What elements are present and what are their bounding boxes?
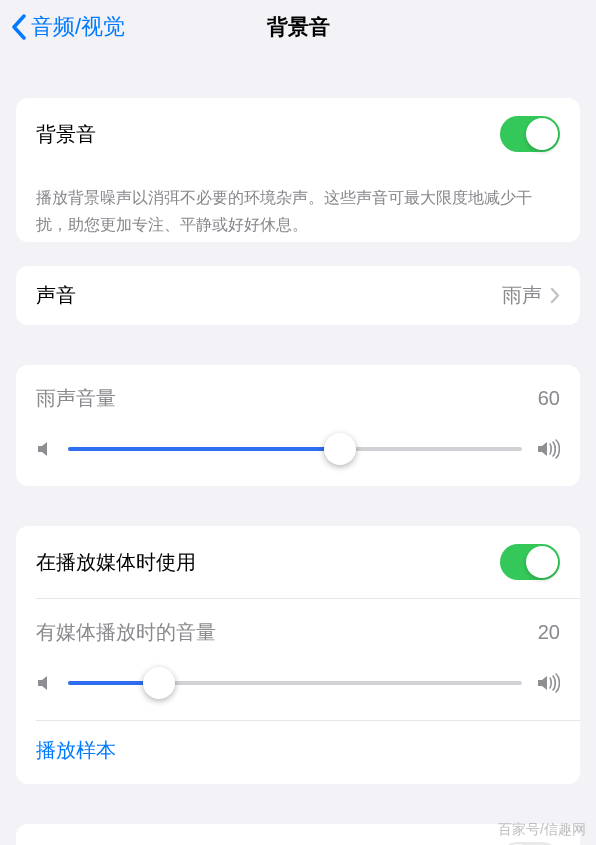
back-button[interactable]: 音频/视觉	[10, 0, 125, 54]
rain-volume-section: 雨声音量 60	[16, 365, 580, 486]
use-with-media-toggle[interactable]	[500, 544, 560, 580]
media-volume-label: 有媒体播放时的音量	[36, 619, 216, 646]
rain-volume-label: 雨声音量	[36, 385, 116, 412]
background-sound-section: 背景音 播放背景噪声以消弭不必要的环境杂声。这些声音可最大限度地减少干扰，助您更…	[16, 98, 580, 242]
use-with-media-row: 在播放媒体时使用	[16, 526, 580, 598]
sound-section: 声音 雨声	[16, 266, 580, 325]
page-title: 背景音	[267, 13, 330, 41]
lock-stop-row: 锁定时停止声音	[16, 824, 580, 845]
lock-stop-section: 锁定时停止声音 启用时，背景音在 iPad 锁定时将会停止。	[16, 824, 580, 845]
volume-high-icon	[536, 439, 560, 459]
volume-low-icon	[36, 440, 54, 458]
media-volume-value: 20	[538, 621, 560, 644]
background-sound-toggle[interactable]	[500, 116, 560, 152]
sound-value: 雨声	[502, 282, 542, 309]
volume-high-icon	[536, 673, 560, 693]
sound-select-row[interactable]: 声音 雨声	[16, 266, 580, 325]
play-sample-link[interactable]: 播放样本	[36, 739, 116, 761]
background-sound-label: 背景音	[36, 121, 96, 148]
background-sound-note: 播放背景噪声以消弭不必要的环境杂声。这些声音可最大限度地减少干扰，助您更加专注、…	[16, 170, 580, 242]
volume-low-icon	[36, 674, 54, 692]
rain-volume-value: 60	[538, 387, 560, 410]
use-with-media-label: 在播放媒体时使用	[36, 549, 196, 576]
chevron-right-icon	[550, 287, 560, 304]
chevron-left-icon	[10, 14, 27, 40]
header: 音频/视觉 背景音	[0, 0, 596, 54]
media-volume-slider[interactable]	[68, 668, 522, 698]
sound-label: 声音	[36, 282, 76, 309]
rain-volume-slider[interactable]	[68, 434, 522, 464]
back-label: 音频/视觉	[31, 12, 125, 42]
background-sound-row: 背景音	[16, 98, 580, 170]
media-section: 在播放媒体时使用 有媒体播放时的音量 20 播放样本	[16, 526, 580, 784]
